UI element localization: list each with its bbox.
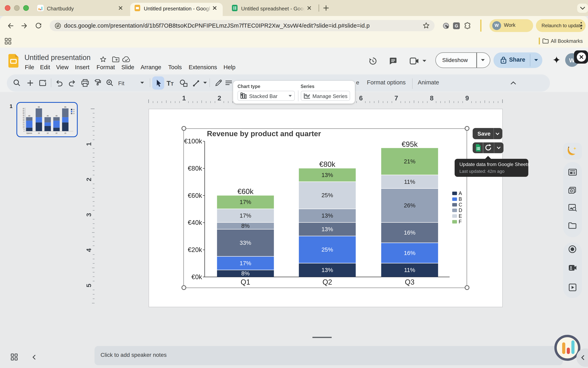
- svg-text:13%: 13%: [321, 226, 333, 232]
- svg-text:7: 7: [395, 94, 398, 102]
- svg-text:2: 2: [85, 178, 93, 181]
- svg-text:2: 2: [218, 94, 221, 102]
- svg-text:17%: 17%: [240, 260, 251, 266]
- svg-text:17%: 17%: [240, 199, 251, 205]
- svg-text:11%: 11%: [404, 267, 415, 273]
- svg-text:15: 15: [23, 125, 24, 127]
- svg-text:8%: 8%: [241, 222, 250, 229]
- svg-text:11%: 11%: [404, 178, 415, 185]
- svg-text:14: 14: [73, 111, 75, 112]
- svg-text:0: 0: [24, 130, 24, 132]
- svg-text:15: 15: [38, 132, 40, 134]
- svg-text:5: 5: [24, 129, 24, 130]
- svg-text:€40k: €40k: [188, 219, 202, 226]
- svg-text:Options: Options: [26, 132, 32, 134]
- svg-text:€100k: €100k: [184, 137, 202, 145]
- svg-text:25%: 25%: [321, 192, 333, 198]
- svg-text:21%: 21%: [404, 158, 415, 164]
- svg-text:17%: 17%: [240, 212, 251, 219]
- svg-text:16%: 16%: [404, 250, 415, 256]
- svg-text:16%: 16%: [404, 229, 415, 236]
- svg-text:60: 60: [23, 109, 24, 111]
- svg-text:30: 30: [23, 120, 24, 122]
- svg-text:13%: 13%: [321, 267, 333, 273]
- svg-text:Q2: Q2: [322, 278, 332, 286]
- svg-text:€80k: €80k: [188, 164, 202, 172]
- svg-text:33%: 33%: [240, 239, 251, 246]
- svg-text:15: 15: [73, 109, 75, 110]
- svg-text:20: 20: [56, 132, 58, 134]
- svg-text:50: 50: [23, 113, 24, 115]
- svg-text:€60k: €60k: [237, 187, 253, 195]
- svg-text:€20k: €20k: [188, 246, 202, 253]
- svg-text:10: 10: [47, 132, 49, 134]
- svg-text:8: 8: [430, 94, 434, 102]
- svg-text:15: 15: [64, 132, 66, 134]
- svg-text:5: 5: [85, 284, 93, 287]
- svg-text:13%: 13%: [321, 172, 333, 178]
- svg-text:A: A: [459, 190, 462, 196]
- svg-text:F: F: [459, 219, 462, 224]
- svg-text:25: 25: [23, 122, 24, 123]
- svg-text:C: C: [459, 202, 462, 207]
- svg-text:65: 65: [38, 106, 40, 108]
- svg-text:26%: 26%: [404, 202, 415, 208]
- svg-text:3: 3: [85, 213, 93, 217]
- svg-text:40: 40: [23, 116, 24, 118]
- svg-text:13: 13: [73, 113, 75, 114]
- svg-text:65: 65: [64, 106, 66, 108]
- svg-text:€95k: €95k: [402, 140, 418, 148]
- svg-text:20: 20: [23, 123, 24, 125]
- svg-text:65: 65: [23, 108, 24, 109]
- svg-text:G: G: [455, 23, 458, 28]
- svg-text:€60k: €60k: [188, 192, 202, 199]
- svg-text:Revenue by product and quarter: Revenue by product and quarter: [207, 129, 321, 138]
- svg-text:1: 1: [85, 142, 93, 146]
- svg-text:10: 10: [23, 127, 24, 129]
- svg-text:Q3: Q3: [405, 278, 414, 286]
- svg-text:40: 40: [28, 115, 30, 117]
- svg-text:8%: 8%: [241, 270, 250, 276]
- svg-text:B: B: [459, 196, 462, 202]
- svg-text:40: 40: [56, 115, 58, 117]
- svg-text:55: 55: [23, 111, 24, 113]
- svg-text:Q1: Q1: [241, 278, 250, 286]
- svg-text:€0k: €0k: [192, 273, 202, 280]
- svg-text:25%: 25%: [321, 246, 333, 253]
- svg-text:45: 45: [23, 115, 24, 116]
- svg-text:35: 35: [23, 118, 24, 120]
- svg-text:D: D: [459, 207, 462, 213]
- svg-text:E: E: [459, 213, 462, 219]
- svg-text:€80k: €80k: [319, 160, 336, 168]
- svg-text:9: 9: [465, 94, 469, 102]
- svg-text:13%: 13%: [321, 212, 333, 219]
- svg-text:1: 1: [182, 94, 186, 102]
- svg-text:40: 40: [47, 115, 49, 117]
- svg-text:6: 6: [359, 94, 363, 102]
- svg-text:4: 4: [85, 248, 93, 252]
